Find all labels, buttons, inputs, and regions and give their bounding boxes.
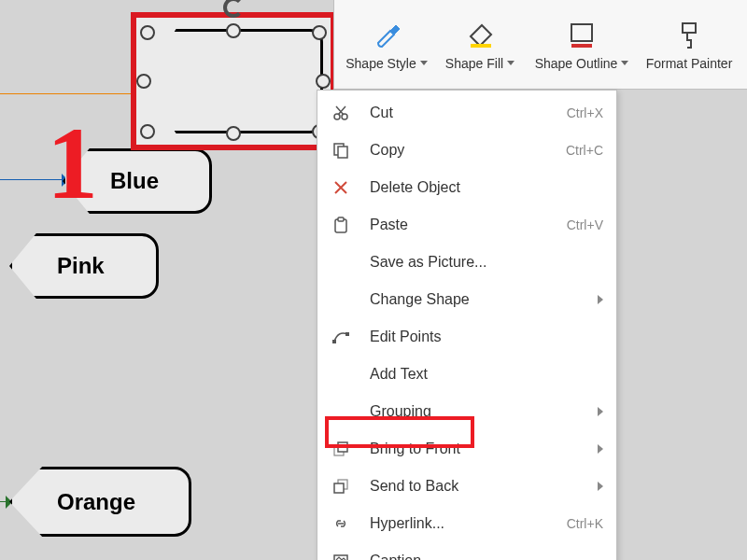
bucket-icon [464,19,496,50]
menu-hyperlink[interactable]: Hyperlink... Ctrl+K [317,505,616,542]
menu-save-as-picture[interactable]: Save as Picture... [317,244,616,281]
menu-delete-object[interactable]: Delete Object [317,169,616,206]
menu-label: Hyperlink... [370,515,444,532]
menu-change-shape[interactable]: Change Shape [317,281,616,318]
cut-icon [331,103,351,123]
menu-shortcut: Ctrl+X [567,105,603,120]
menu-edit-points[interactable]: Edit Points [317,318,616,356]
submenu-caret-icon [598,444,603,454]
svg-rect-15 [334,483,344,493]
selected-shape[interactable] [131,12,336,150]
menu-send-to-back[interactable]: Send to Back [317,468,616,505]
dropdown-caret-icon [507,61,514,65]
menu-label: Delete Object [370,179,460,196]
blank-icon [331,364,351,385]
svg-point-5 [342,114,347,119]
menu-label: Change Shape [370,291,470,308]
menu-label: Caption... [370,553,433,560]
menu-shortcut: Ctrl+K [567,516,603,531]
menu-grouping[interactable]: Grouping [317,393,616,430]
bring-to-front-icon [331,439,351,459]
shape-label: Blue [110,168,159,194]
submenu-caret-icon [598,407,603,416]
toolbar-label: Format Painter [646,56,733,71]
toolbar-label: Shape Style [345,56,416,71]
svg-rect-13 [338,442,347,452]
shape-context-menu: Cut Ctrl+X Copy Ctrl+C Delete Object Pas… [317,90,617,560]
svg-rect-11 [345,332,349,336]
copy-icon [331,140,351,161]
submenu-caret-icon [598,295,603,304]
send-to-back-icon [331,476,351,497]
menu-label: Edit Points [370,329,441,345]
menu-label: Bring to Front [370,441,460,457]
resize-handle[interactable] [140,25,155,40]
resize-handle[interactable] [226,23,241,38]
menu-caption[interactable]: Caption... [317,542,616,560]
format-painter-icon [673,19,705,50]
menu-copy[interactable]: Copy Ctrl+C [317,132,616,169]
blank-icon [331,289,351,310]
submenu-caret-icon [598,482,603,491]
connector-orange[interactable] [0,93,145,94]
menu-label: Save as Picture... [370,254,486,271]
shape-label: Orange [57,489,135,515]
svg-rect-7 [338,147,347,158]
blank-icon [331,401,351,422]
shape-label: Pink [57,253,105,279]
toolbar-label: Shape Outline [535,56,618,71]
menu-shortcut: Ctrl+C [566,143,603,158]
svg-rect-2 [571,44,592,48]
edit-points-icon [331,327,351,347]
dropdown-caret-icon [420,61,428,65]
dropdown-caret-icon [621,61,628,65]
format-painter-button[interactable]: Format Painter [637,0,741,89]
menu-label: Grouping [370,403,431,420]
svg-rect-3 [683,23,696,33]
menu-label: Add Text [370,366,428,383]
resize-handle[interactable] [312,25,327,40]
menu-label: Send to Back [370,478,458,495]
menu-label: Cut [370,105,393,121]
shape-style-button[interactable]: Shape Style [340,0,433,89]
resize-handle[interactable] [316,74,331,89]
shape-pink[interactable]: Pink [9,233,159,299]
menu-label: Paste [370,217,408,233]
blank-icon [331,252,351,273]
resize-handle[interactable] [136,74,151,89]
svg-rect-0 [471,44,491,48]
link-icon [331,513,351,534]
rotate-handle-icon[interactable] [223,0,244,18]
menu-paste[interactable]: Paste Ctrl+V [317,206,616,244]
menu-add-text[interactable]: Add Text [317,356,616,393]
paste-icon [331,215,351,235]
menu-cut[interactable]: Cut Ctrl+X [317,94,616,132]
shape-fill-button[interactable]: Shape Fill [433,0,527,89]
annotation-step-1: 1 [47,112,98,215]
caption-icon [331,551,351,560]
menu-bring-to-front[interactable]: Bring to Front [317,430,616,468]
resize-handle[interactable] [226,126,241,141]
svg-rect-1 [571,24,592,41]
resize-handle[interactable] [140,124,155,139]
svg-point-4 [334,114,340,119]
brush-icon [371,19,402,50]
toolbar-label: Shape Fill [445,56,503,71]
svg-rect-10 [332,340,336,343]
shape-outline-button[interactable]: Shape Outline [527,0,637,89]
shape-orange[interactable]: Orange [9,467,191,537]
delete-icon [331,177,351,198]
selected-shape-body[interactable] [144,29,323,133]
menu-shortcut: Ctrl+V [567,217,603,232]
shape-format-toolbar: Shape Style Shape Fill Shape Outline For… [333,0,747,90]
outline-icon [566,19,598,50]
svg-rect-9 [338,217,344,221]
menu-label: Copy [370,142,404,159]
